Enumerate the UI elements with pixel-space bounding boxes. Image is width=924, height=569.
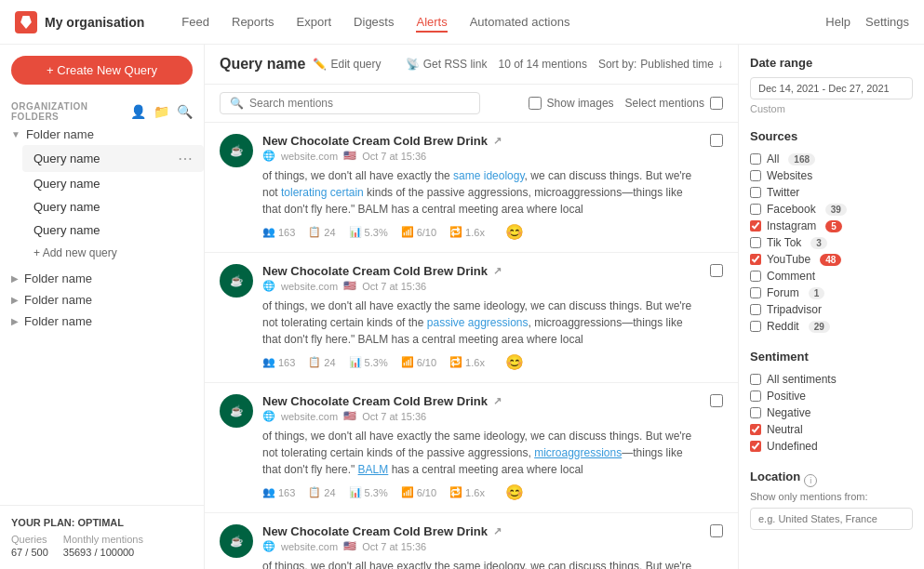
- source-reddit-checkbox[interactable]: [750, 321, 761, 332]
- date-range-title: Date range: [750, 56, 913, 70]
- plan-queries-value: 67 / 500: [11, 547, 48, 558]
- source-websites-checkbox[interactable]: [750, 170, 761, 181]
- source-reddit-badge: 29: [809, 321, 830, 333]
- source-comment-checkbox[interactable]: [750, 271, 761, 282]
- add-query-button[interactable]: + Add new query: [22, 242, 204, 264]
- plan-stats: Queries 67 / 500 Monthly mentions 35693 …: [11, 534, 193, 558]
- plan-col-mentions: Monthly mentions 35693 / 100000: [63, 534, 143, 558]
- source-forum: Forum 1: [750, 284, 913, 301]
- sidebar: + Create New Query ORGANIZATION FOLDERS …: [0, 45, 205, 569]
- source-instagram-label: Instagram: [767, 219, 816, 232]
- mention-link-5[interactable]: BALM: [358, 463, 389, 476]
- source-tiktok-checkbox[interactable]: [750, 237, 761, 248]
- stat-reach-2: 👥 163: [262, 356, 295, 368]
- folder-item-3[interactable]: ▶ Folder name: [0, 289, 204, 311]
- mention-link-1[interactable]: same ideology: [453, 169, 525, 182]
- folder-name-4: Folder name: [24, 314, 92, 328]
- rss-label: Get RSS link: [423, 58, 488, 71]
- nav-feed[interactable]: Feed: [181, 11, 209, 33]
- mention-text-4: of things, we don't all have exactly the…: [262, 558, 701, 569]
- avatar-3: ☕: [220, 394, 253, 428]
- query-list: Query name ⋯ Query name Query name Query…: [0, 145, 204, 264]
- sort-control[interactable]: Sort by: Published time ↓: [598, 58, 723, 71]
- nav-help[interactable]: Help: [825, 11, 850, 33]
- show-images-text: Show images: [547, 97, 614, 110]
- folder-icon[interactable]: 📁: [154, 104, 169, 119]
- folder-item-2[interactable]: ▶ Folder name: [0, 268, 204, 289]
- mention-link-4[interactable]: microaggressions: [534, 446, 622, 459]
- source-websites: Websites: [750, 167, 913, 184]
- source-youtube: YouTube 48: [750, 251, 913, 268]
- folder-item-4[interactable]: ▶ Folder name: [0, 311, 204, 332]
- show-images-checkbox[interactable]: [529, 97, 542, 110]
- source-comment-label: Comment: [767, 270, 815, 283]
- query-item-3[interactable]: Query name: [22, 195, 204, 218]
- sentiment-undefined-checkbox[interactable]: [750, 441, 761, 452]
- source-instagram-checkbox[interactable]: [750, 220, 761, 232]
- query-item-4[interactable]: Query name: [22, 218, 204, 242]
- source-facebook: Facebook 39: [750, 201, 913, 218]
- location-section: Location i Show only mentions from:: [750, 470, 913, 530]
- mention-checkbox-1[interactable]: [710, 134, 723, 147]
- source-twitter-checkbox[interactable]: [750, 187, 761, 198]
- external-link-icon-1[interactable]: ↗: [493, 135, 502, 147]
- mention-link-3[interactable]: passive aggressions: [427, 316, 529, 329]
- svg-text:☕: ☕: [230, 404, 244, 417]
- query-item-1[interactable]: Query name ⋯: [22, 145, 204, 172]
- sentiment-neutral-checkbox[interactable]: [750, 424, 761, 435]
- select-mentions-label[interactable]: Select mentions: [625, 97, 723, 110]
- external-link-icon-3[interactable]: ↗: [493, 395, 502, 407]
- location-input[interactable]: [750, 508, 913, 530]
- more-options-icon[interactable]: ⋯: [178, 150, 193, 167]
- date-range-input[interactable]: [750, 77, 913, 99]
- source-url-2: website.com: [281, 281, 338, 292]
- source-facebook-checkbox[interactable]: [750, 204, 761, 215]
- mention-link-2[interactable]: tolerating certain: [281, 186, 364, 199]
- query-name-3: Query name: [33, 200, 100, 214]
- globe-icon-2: 🌐: [262, 280, 275, 292]
- nav-export[interactable]: Export: [297, 11, 332, 33]
- folder-name-3: Folder name: [24, 293, 92, 307]
- edit-query-link[interactable]: ✏️ Edit query: [313, 58, 381, 71]
- external-link-icon-4[interactable]: ↗: [493, 525, 502, 537]
- search-input[interactable]: [249, 97, 470, 110]
- mention-checkbox-3[interactable]: [710, 394, 723, 407]
- location-info-icon[interactable]: i: [804, 474, 817, 487]
- folder-item-1[interactable]: ▼ Folder name: [0, 124, 204, 145]
- nav-automated[interactable]: Automated actions: [470, 11, 570, 33]
- sentiment-negative-checkbox[interactable]: [750, 407, 761, 418]
- pencil-icon: ✏️: [313, 58, 327, 71]
- nav-settings[interactable]: Settings: [865, 11, 909, 33]
- mention-date-3: Oct 7 at 15:36: [362, 411, 426, 422]
- sentiment-positive-checkbox[interactable]: [750, 390, 761, 402]
- rss-link[interactable]: 📡 Get RSS link: [406, 58, 488, 71]
- search-box[interactable]: 🔍: [220, 92, 480, 114]
- source-forum-checkbox[interactable]: [750, 287, 761, 298]
- stat-score1-2: 📶 6/10: [401, 356, 436, 368]
- nav-alerts[interactable]: Alerts: [416, 11, 447, 33]
- source-tripadvisor-checkbox[interactable]: [750, 304, 761, 315]
- source-all-checkbox[interactable]: [750, 153, 761, 165]
- source-url-3: website.com: [281, 411, 338, 422]
- create-query-button[interactable]: + Create New Query: [11, 56, 193, 85]
- globe-icon-3: 🌐: [262, 410, 275, 422]
- custom-date-link[interactable]: Custom: [750, 103, 913, 114]
- source-reddit: Reddit 29: [750, 318, 913, 335]
- mention-date-4: Oct 7 at 15:36: [362, 541, 426, 552]
- mention-checkbox-2[interactable]: [710, 264, 723, 277]
- query-actions: 📡 Get RSS link 10 of 14 mentions Sort by…: [406, 58, 723, 71]
- sentiment-all-checkbox[interactable]: [750, 374, 761, 385]
- show-images-label[interactable]: Show images: [529, 97, 614, 110]
- source-youtube-checkbox[interactable]: [750, 254, 761, 265]
- add-user-icon[interactable]: 👤: [130, 104, 146, 119]
- select-mentions-checkbox[interactable]: [710, 97, 723, 110]
- external-link-icon-2[interactable]: ↗: [493, 265, 502, 277]
- edit-query-label: Edit query: [330, 58, 381, 71]
- search-icon[interactable]: 🔍: [177, 104, 193, 119]
- mention-checkbox-4[interactable]: [710, 524, 723, 537]
- mention-content-3: New Chocolate Cream Cold Brew Drink ↗ 🌐 …: [262, 394, 701, 501]
- nav-reports[interactable]: Reports: [232, 11, 275, 33]
- main-layout: + Create New Query ORGANIZATION FOLDERS …: [0, 45, 924, 569]
- query-item-2[interactable]: Query name: [22, 172, 204, 195]
- nav-digests[interactable]: Digests: [354, 11, 394, 33]
